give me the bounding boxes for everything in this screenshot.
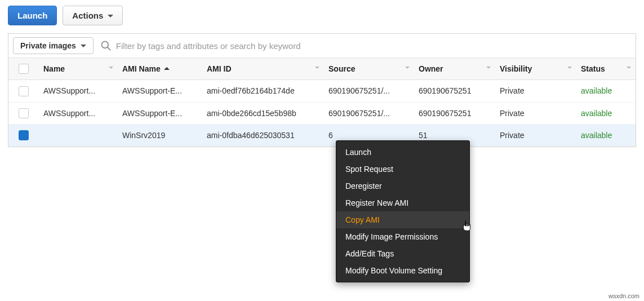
sort-icon	[627, 67, 631, 71]
status-text: available	[581, 131, 612, 140]
cell-source: 690190675251/...	[324, 102, 414, 124]
row-checkbox[interactable]	[19, 86, 29, 96]
table-header-row: Name AMI Name AMI ID Source Owner Visibi…	[8, 58, 636, 80]
cell-owner: 690190675251	[414, 102, 495, 124]
context-menu-item[interactable]: Deregister	[336, 178, 469, 194]
context-menu-item[interactable]: Register New AMI	[336, 194, 469, 211]
row-checkbox[interactable]	[19, 108, 29, 118]
cell-ami-name: AWSSupport-E...	[118, 80, 202, 102]
status-text: available	[581, 109, 612, 118]
cell-owner: 690190675251	[414, 80, 495, 102]
search-input[interactable]	[115, 41, 631, 51]
context-menu-item[interactable]: Modify Boot Volume Setting	[336, 262, 469, 279]
cell-ami-name: AWSSupport-E...	[118, 102, 202, 124]
sort-icon	[567, 67, 572, 71]
column-header-status[interactable]: Status	[576, 58, 636, 80]
launch-button[interactable]: Launch	[8, 6, 57, 25]
column-header-visibility[interactable]: Visibility	[495, 58, 576, 80]
main-panel: Private images Name AMI Name AMI ID Sour…	[8, 33, 636, 147]
actions-label: Actions	[72, 11, 103, 20]
cell-status: available	[576, 102, 636, 124]
ami-table: Name AMI Name AMI ID Source Owner Visibi…	[8, 58, 636, 147]
row-checkbox[interactable]	[19, 130, 29, 140]
context-menu-item[interactable]: Modify Image Permissions	[336, 228, 469, 245]
actions-dropdown-button[interactable]: Actions	[63, 6, 123, 25]
column-header-owner[interactable]: Owner	[414, 58, 495, 80]
cell-source: 690190675251/...	[324, 80, 414, 102]
table-row[interactable]: WinSrv2019ami-0fdba46d625030531651Privat…	[8, 124, 636, 146]
svg-line-1	[107, 47, 110, 50]
watermark: wsxdn.com	[606, 292, 642, 300]
context-menu-item[interactable]: Spot Request	[336, 161, 469, 178]
cell-visibility: Private	[495, 80, 576, 102]
cell-name: AWSSupport...	[39, 102, 118, 124]
column-header-select[interactable]	[8, 58, 39, 80]
sort-asc-icon	[164, 64, 170, 70]
search-icon	[100, 40, 112, 51]
context-menu-item[interactable]: Launch	[336, 144, 469, 161]
table-row[interactable]: AWSSupport...AWSSupport-E...ami-0edf76b2…	[8, 80, 636, 102]
sort-icon	[109, 67, 113, 71]
search-wrap	[98, 40, 631, 51]
context-menu-item[interactable]: Add/Edit Tags	[336, 245, 469, 262]
cell-ami-name: WinSrv2019	[118, 124, 202, 146]
cell-status: available	[576, 80, 636, 102]
column-header-source[interactable]: Source	[324, 58, 414, 80]
select-all-checkbox[interactable]	[19, 64, 29, 74]
cell-ami-id: ami-0fdba46d625030531	[202, 124, 324, 146]
table-row[interactable]: AWSSupport...AWSSupport-E...ami-0bde266c…	[8, 102, 636, 124]
sort-icon	[405, 67, 410, 71]
column-header-ami-name[interactable]: AMI Name	[118, 58, 202, 80]
image-scope-dropdown[interactable]: Private images	[13, 37, 94, 54]
column-header-name[interactable]: Name	[39, 58, 118, 80]
sort-icon	[315, 67, 319, 71]
cell-visibility: Private	[495, 102, 576, 124]
cell-ami-id: ami-0edf76b2164b174de	[202, 80, 324, 102]
cell-status: available	[576, 124, 636, 146]
cell-visibility: Private	[495, 124, 576, 146]
context-menu[interactable]: LaunchSpot RequestDeregisterRegister New…	[336, 140, 470, 282]
column-header-ami-id[interactable]: AMI ID	[202, 58, 324, 80]
filter-row: Private images	[8, 34, 636, 58]
cell-name: AWSSupport...	[39, 80, 118, 102]
image-scope-label: Private images	[20, 41, 76, 50]
caret-down-icon	[81, 45, 86, 50]
cell-ami-id: ami-0bde266cd15e5b98b	[202, 102, 324, 124]
context-menu-item[interactable]: Copy AMI	[336, 211, 469, 228]
caret-down-icon	[108, 15, 113, 20]
top-toolbar: Launch Actions	[0, 0, 644, 33]
sort-icon	[486, 67, 491, 71]
cell-name	[39, 124, 118, 146]
status-text: available	[581, 86, 612, 95]
